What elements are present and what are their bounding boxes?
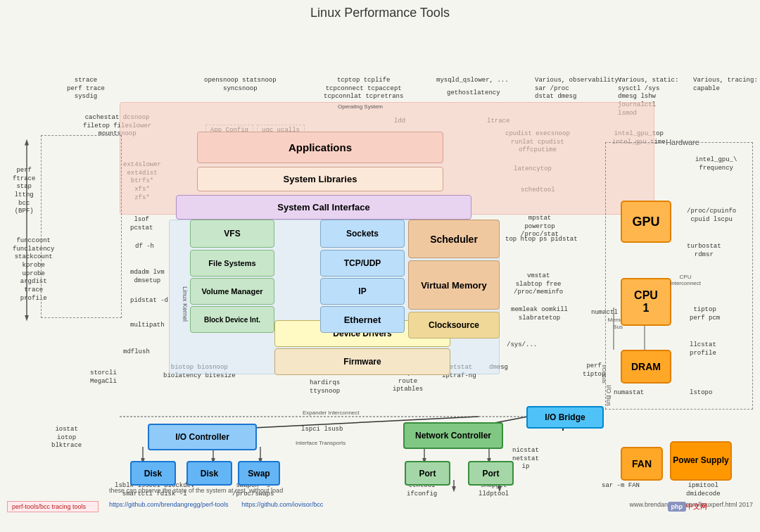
tool-vmstat: vmstat slabtop free /proc/meminfo	[514, 272, 563, 297]
legend-description: these can observe the state of the syste…	[109, 487, 283, 494]
volume-manager-box: Volume Manager	[190, 278, 274, 305]
tool-ipmitool: ipmitool dmidecode	[686, 482, 721, 498]
sockets-box: Sockets	[320, 220, 405, 248]
tool-mdadm: mdadm lvm dmsetup	[130, 269, 165, 285]
chinese-text: 中文网	[686, 502, 707, 512]
os-label: Operating System	[338, 103, 383, 110]
tool-nicstat: nicstat netstat ip	[512, 447, 539, 471]
tool-iostat: iostat iotop blktrace	[51, 426, 82, 450]
right-dashed-box	[605, 142, 753, 410]
legend-link1[interactable]: https://github.com/brendangregg/perf-too…	[109, 501, 229, 508]
tool-sar-fan: sar -m FAN	[602, 482, 640, 490]
clocksource-box: Clocksource	[408, 312, 500, 338]
tool-top-htop: top htop ps pidstat	[505, 236, 578, 244]
tool-hardirqs: hardirqs ttysnoop	[310, 379, 340, 395]
tool-pidstat-d: pidstat -d	[130, 297, 168, 305]
syscall-box: System Call Interface	[176, 195, 471, 220]
virtual-memory-box: Virtual Memory	[408, 260, 500, 310]
tool-tcptop: tcptop tcplife tcpconnect tcpaccept tcpc…	[324, 77, 403, 101]
expander-label: Expander Interconnect	[303, 410, 360, 416]
file-systems-box: File Systems	[190, 250, 274, 277]
io-controller-box: I/O Controller	[148, 424, 257, 450]
tool-lsof: lsof pcstat	[130, 216, 153, 232]
tool-strace: strace perf trace sysdig	[67, 77, 105, 101]
disk1-box: Disk	[130, 461, 176, 486]
tool-various-tracing: Various, tracing: capable	[693, 77, 758, 93]
tool-perf-left: perf ftrace stap lttng bcc (BPF)	[13, 167, 35, 216]
legend-link2[interactable]: https://github.com/iovisor/bcc	[241, 501, 323, 508]
tool-lspci: lspci lsusb	[301, 426, 343, 434]
scheduler-box: Scheduler	[408, 220, 500, 258]
tool-opensnoop: opensnoop statsnoop syncsnoop	[204, 77, 277, 93]
port2-box: Port	[468, 461, 514, 486]
main-title: Linux Performance Tools	[0, 0, 760, 26]
php-logo: php	[668, 502, 687, 512]
tool-gethostlatency: gethostlatency	[447, 89, 500, 98]
fan-box: FAN	[621, 447, 663, 481]
tool-various-obs: Various, observability: sar /proc dstat …	[535, 77, 622, 101]
tool-mdflush: mdflush	[123, 348, 150, 357]
system-libraries-box: System Libraries	[197, 167, 443, 191]
tcp-udp-box: TCP/UDP	[320, 250, 405, 277]
io-bridge-box: I/O Bridge	[526, 406, 604, 429]
tool-multipath: multipath	[130, 322, 165, 330]
applications-box: Applications	[197, 132, 443, 163]
tool-sys: /sys/...	[507, 341, 537, 350]
legend-perf-bcc: perf-tools/bcc tracing tools	[7, 501, 99, 512]
left-dashed-box	[41, 135, 122, 318]
ethernet-box: Ethernet	[320, 306, 405, 333]
swap-box: Swap	[238, 461, 280, 486]
vfs-box: VFS	[190, 220, 274, 248]
tool-df-h: df -h	[135, 243, 154, 251]
legend-links: https://github.com/brendangregg/perf-too…	[109, 501, 323, 508]
block-device-box: Block Device Int.	[190, 306, 274, 333]
tool-storcli: storcli MegaCli	[90, 369, 117, 386]
tool-memleak: memleak oomkill slabratetop	[511, 306, 568, 322]
tool-mysqld: mysqld_qslower, ...	[436, 77, 509, 85]
firmware-box: Firmware	[274, 348, 450, 375]
port1-box: Port	[405, 461, 450, 486]
interface-transports-label: Interface Transports	[296, 440, 346, 446]
ip-box: IP	[320, 278, 405, 305]
disk2-box: Disk	[186, 461, 232, 486]
io-bus-label: I/O Bus	[601, 365, 607, 384]
network-controller-box: Network Controller	[403, 422, 503, 449]
kernel-label: Linux Kernel	[182, 286, 189, 322]
power-supply-box: Power Supply	[670, 441, 732, 481]
